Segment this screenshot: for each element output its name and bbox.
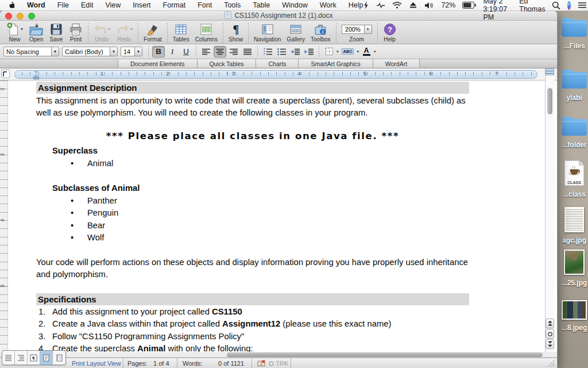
spelling-status-icon[interactable] [257, 359, 266, 368]
zoom-button[interactable]: 200%▾Zoom [339, 22, 375, 43]
undo-button[interactable]: ▾Undo [91, 22, 113, 43]
siri-icon[interactable] [567, 1, 571, 10]
desktop-icon-photo-portrait[interactable]: ...25.jpg [558, 250, 588, 287]
zoom-window-button[interactable] [28, 13, 35, 20]
bullet-list-button[interactable] [275, 46, 288, 57]
track-changes-indicator[interactable]: TRK [269, 360, 288, 367]
outline-view-button[interactable] [15, 351, 28, 365]
document-area[interactable]: 2345 Assignment Description This assignm… [0, 80, 557, 352]
chevron-down-icon[interactable]: ▾ [336, 49, 339, 54]
columns-button[interactable]: Columns [192, 22, 220, 43]
previous-page-button[interactable] [546, 319, 554, 328]
minimize-button[interactable] [17, 13, 24, 20]
draft-view-button[interactable] [2, 351, 15, 365]
view-mode-label[interactable]: Print Layout View [72, 360, 121, 367]
save-button[interactable]: Save [47, 22, 66, 43]
vertical-scrollbar[interactable] [545, 68, 554, 352]
navigation-button[interactable]: Navigation [251, 22, 284, 43]
chevron-down-icon[interactable]: ▼ [110, 47, 117, 56]
format-button[interactable]: Format [141, 22, 165, 43]
borders-button[interactable] [323, 46, 335, 57]
horizontal-scroll-thumb[interactable] [227, 352, 543, 357]
new-button[interactable]: ▾New [3, 22, 26, 43]
chevron-down-icon[interactable]: ▾ [108, 26, 110, 32]
view-switcher[interactable] [2, 350, 66, 365]
ribbon-tab-document-elements[interactable]: Document Elements [118, 59, 198, 68]
ribbon-tab-quick-tables[interactable]: Quick Tables [197, 59, 257, 68]
app-status-icon[interactable] [363, 1, 369, 9]
words-value[interactable]: 0 of 1121 [218, 360, 244, 367]
tables-button[interactable]: Tables [170, 22, 192, 43]
print-button[interactable]: Print [66, 22, 86, 43]
redo-button[interactable]: ▾Redo [113, 22, 136, 43]
menu-file[interactable]: File [57, 1, 69, 9]
apple-menu-icon[interactable] [7, 1, 15, 10]
font-combo[interactable]: Calibri (Body)▼ [62, 47, 118, 56]
pages-value[interactable]: 1 of 4 [153, 360, 169, 367]
menu-view[interactable]: View [105, 1, 121, 9]
show-button[interactable]: ¶Show [226, 22, 246, 43]
italic-button[interactable]: I [166, 46, 179, 57]
menu-work[interactable]: Work [320, 1, 336, 9]
chevron-down-icon[interactable]: ▼ [51, 47, 59, 56]
chevron-down-icon[interactable]: ▾ [374, 49, 376, 54]
menu-edit[interactable]: Edit [81, 1, 94, 9]
menu-format[interactable]: Format [163, 1, 186, 9]
select-browse-object-button[interactable] [546, 329, 554, 339]
eject-icon[interactable] [409, 2, 417, 9]
desktop-icon-document-photo[interactable]: agc.jpg [558, 207, 588, 244]
ribbon-tab-charts[interactable]: Charts [256, 59, 299, 68]
print-layout-view-button[interactable] [40, 351, 53, 365]
desktop-icon-photo-landscape[interactable]: ...8.jpeg [558, 300, 588, 332]
menu-clock[interactable]: Wed May 2 3:19:07 PM [483, 0, 512, 21]
notification-center-icon[interactable] [578, 2, 587, 9]
chevron-down-icon[interactable]: ▾ [357, 49, 359, 54]
open-button[interactable]: Open [26, 22, 47, 43]
ribbon-tab-smartart-graphics[interactable]: SmartArt Graphics [298, 59, 373, 68]
style-combo[interactable]: No Spacing▼ [3, 47, 59, 56]
font-color-button[interactable]: A [360, 46, 373, 57]
gallery-button[interactable]: Gallery [284, 22, 308, 43]
chevron-down-icon[interactable]: ▼ [134, 47, 142, 56]
next-page-button[interactable] [546, 339, 554, 349]
tab-stop-selector[interactable] [1, 70, 10, 78]
horizontal-scrollbar[interactable] [0, 352, 557, 358]
justify-button[interactable] [241, 46, 254, 57]
vertical-scroll-thumb[interactable] [547, 88, 552, 114]
notebook-layout-button[interactable] [53, 351, 65, 365]
menu-tools[interactable]: Tools [224, 1, 241, 9]
split-pane-handle[interactable] [546, 68, 554, 75]
wifi-icon[interactable] [392, 2, 402, 9]
chevron-down-icon[interactable]: ▾ [21, 26, 23, 32]
close-button[interactable] [5, 13, 12, 20]
ribbon-tab-wordart[interactable]: WordArt [373, 59, 420, 68]
menu-insert[interactable]: Insert [133, 1, 150, 9]
help-button[interactable]: ?Help [380, 22, 400, 43]
font-size-combo[interactable]: 14▼ [121, 47, 142, 56]
align-left-button[interactable] [200, 46, 212, 57]
horizontal-ruler[interactable]: 1234567 [0, 68, 557, 80]
vertical-ruler[interactable]: 2345 [0, 80, 8, 352]
volume-icon[interactable] [424, 2, 434, 9]
activity-pulse-icon[interactable] [376, 2, 385, 9]
menu-help[interactable]: Help [349, 1, 363, 9]
increase-indent-button[interactable] [303, 46, 315, 57]
left-indent-marker[interactable] [33, 77, 39, 79]
bold-button[interactable]: B [152, 46, 165, 57]
toolbox-button[interactable]: iToolbox [308, 22, 333, 43]
highlight-button[interactable]: ABC [340, 46, 356, 57]
publishing-layout-button[interactable] [28, 351, 40, 365]
menu-font[interactable]: Font [198, 1, 212, 9]
menu-word[interactable]: Word [27, 1, 45, 9]
chevron-down-icon[interactable]: ▾ [130, 26, 133, 32]
underline-button[interactable]: U [180, 46, 192, 57]
desktop-icon-java-class[interactable]: CLASS...class [558, 160, 588, 198]
menu-window[interactable]: Window [282, 1, 307, 9]
menu-table[interactable]: Table [253, 1, 270, 9]
decrease-indent-button[interactable] [289, 46, 301, 57]
desktop-icon-folder[interactable]: ylabi [558, 67, 588, 102]
user-menu[interactable]: Ed Thomas [519, 0, 545, 13]
spotlight-search-icon[interactable] [552, 1, 560, 10]
align-right-button[interactable] [227, 46, 240, 57]
desktop-icon-folder[interactable]: ...folder [558, 114, 588, 149]
